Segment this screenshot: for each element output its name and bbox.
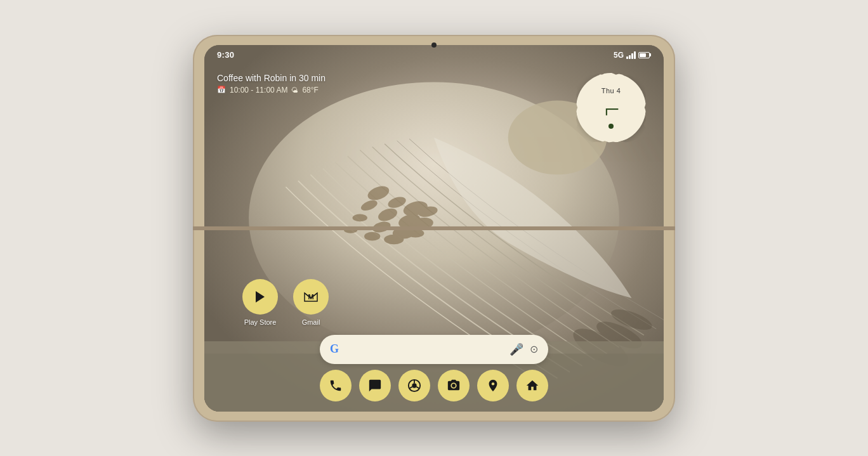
svg-line-28 [416,386,419,388]
svg-point-15 [364,231,380,240]
phone-screen: 9:30 5G [204,45,664,412]
google-g-logo: G [330,342,339,356]
mic-icon[interactable]: 🎤 [510,342,523,356]
maps-icon [486,379,500,393]
gmail-label: Gmail [302,318,320,326]
dock [320,370,548,401]
svg-point-9 [353,214,367,221]
calendar-dot [608,124,614,129]
search-bar[interactable]: G 🎤 ⊙ [320,335,548,364]
signal-icon [626,51,636,59]
camera-icon [447,379,461,393]
weather-icon: 🌤 [291,86,298,94]
svg-point-14 [344,227,357,233]
messages-icon [368,379,382,393]
gmail-icon-circle: M [293,279,329,315]
dock-home[interactable] [516,370,548,401]
battery-icon [638,52,651,58]
dock-phone[interactable] [320,370,352,401]
phone-icon [329,379,343,393]
top-camera-area [431,42,437,48]
status-time: 9:30 [217,50,234,60]
dock-camera[interactable] [438,370,470,401]
status-bar: 9:30 5G [204,45,664,65]
calendar-widget[interactable]: Thu 4 ⌐ [576,73,646,143]
notification-weather: 68°F [302,86,318,94]
status-icons: 5G [614,51,651,60]
notification-title: Coffee with Robin in 30 min [217,73,326,83]
svg-point-26 [412,383,416,388]
chrome-icon [407,379,421,393]
app-icons-row: Play Store M Gmail [242,279,329,326]
svg-point-17 [407,228,424,237]
front-camera [431,42,437,48]
play-store-label: Play Store [244,318,277,326]
calendar-day-label: Thu 4 [602,87,621,94]
calendar-number: ⌐ [605,96,618,122]
notification-time: 10:00 - 11:00 AM [230,86,287,94]
phone-device: 9:30 5G [193,35,675,422]
network-type: 5G [614,51,624,60]
dock-maps[interactable] [477,370,509,401]
home-icon [525,379,539,393]
dock-messages[interactable] [359,370,391,401]
dock-chrome[interactable] [398,370,430,401]
lens-icon[interactable]: ⊙ [530,343,538,355]
svg-text:M: M [308,293,313,301]
app-item-play-store[interactable]: Play Store [242,279,278,326]
notification-detail: 📅 10:00 - 11:00 AM 🌤 68°F [217,86,326,94]
play-store-icon [253,289,268,304]
play-store-icon-circle [242,279,278,315]
svg-marker-23 [256,291,265,303]
svg-line-29 [409,386,412,388]
calendar-notif-icon: 📅 [217,86,226,94]
gmail-icon: M [303,289,319,305]
notification-card[interactable]: Coffee with Robin in 30 min 📅 10:00 - 11… [217,73,326,94]
app-item-gmail[interactable]: M Gmail [293,279,329,326]
svg-point-16 [384,234,404,244]
